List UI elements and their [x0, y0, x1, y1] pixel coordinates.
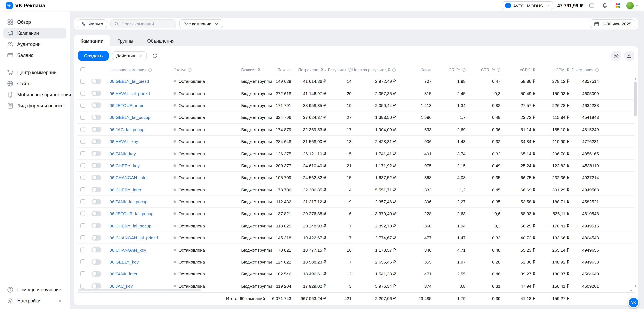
column-header-0[interactable]: Название кампанииi: [104, 67, 172, 72]
campaign-name-link[interactable]: 06.JETOUR_inter: [110, 103, 143, 108]
select-all-checkbox[interactable]: [80, 67, 85, 72]
campaign-toggle[interactable]: [92, 103, 101, 108]
column-header-3[interactable]: Показы: [277, 67, 291, 72]
account-select[interactable]: AVTO_MODUS: [502, 1, 553, 10]
row-checkbox[interactable]: [80, 187, 85, 192]
column-header-7[interactable]: Клики: [396, 67, 432, 72]
campaign-name-link[interactable]: 06.CHANGAN_lal_priezd: [110, 236, 158, 240]
column-header-11[interactable]: eCPM, ₽: [535, 67, 569, 72]
tab-ads[interactable]: Объявления: [141, 35, 181, 46]
campaign-name-link[interactable]: 06.CHERY_inter: [110, 187, 141, 192]
campaign-name-link[interactable]: 06.TANK_inter: [110, 272, 138, 277]
campaign-toggle[interactable]: [92, 78, 101, 84]
campaign-toggle[interactable]: [92, 259, 101, 265]
support-chat-button[interactable]: [628, 297, 639, 308]
campaign-toggle[interactable]: [92, 163, 101, 168]
row-checkbox[interactable]: [80, 91, 85, 96]
search-input[interactable]: [122, 21, 172, 26]
row-checkbox[interactable]: [80, 127, 85, 132]
campaign-name-link[interactable]: 06.JAC_key: [110, 284, 133, 289]
column-header-1[interactable]: Статусi: [172, 67, 241, 72]
sidebar-item-audience[interactable]: Аудитории: [3, 39, 66, 50]
row-checkbox[interactable]: [80, 247, 85, 252]
campaign-toggle[interactable]: [92, 187, 101, 192]
scroll-up-icon[interactable]: ▲: [634, 77, 636, 80]
campaign-toggle[interactable]: [92, 151, 101, 156]
campaign-toggle[interactable]: [92, 223, 101, 229]
sidebar-item-help[interactable]: Помощь и обучение: [3, 285, 66, 295]
horizontal-scrollbar[interactable]: ►: [78, 289, 632, 292]
apps-button[interactable]: [613, 1, 622, 10]
sidebar-item-overview[interactable]: Обзор: [3, 17, 66, 27]
export-button[interactable]: [624, 51, 634, 61]
row-checkbox[interactable]: [80, 223, 85, 228]
sidebar-item-phone[interactable]: Мобильные приложения: [3, 89, 66, 100]
scroll-down-icon[interactable]: ▼: [634, 285, 636, 288]
row-checkbox[interactable]: [80, 199, 85, 204]
profile-menu[interactable]: [626, 2, 639, 9]
column-header-5[interactable]: Результатi: [326, 67, 352, 72]
campaign-toggle[interactable]: [92, 175, 101, 180]
vertical-scrollbar[interactable]: ▲ ▼: [633, 77, 638, 288]
refresh-button[interactable]: [150, 51, 159, 60]
row-checkbox[interactable]: [80, 115, 85, 120]
campaign-toggle[interactable]: [92, 139, 101, 144]
row-checkbox[interactable]: [80, 79, 85, 84]
horizontal-scroll-thumb[interactable]: [78, 289, 201, 291]
campaign-toggle[interactable]: [92, 283, 101, 289]
campaign-toggle[interactable]: [92, 91, 101, 96]
scroll-right-icon[interactable]: ►: [630, 289, 632, 292]
tab-campaigns[interactable]: Кампании: [74, 35, 110, 46]
row-checkbox[interactable]: [80, 151, 85, 156]
wallet-button[interactable]: [587, 1, 596, 10]
sidebar-item-gear[interactable]: Настройки: [3, 296, 66, 306]
row-checkbox[interactable]: [80, 284, 85, 289]
column-header-6[interactable]: Цена за результат, ₽i: [352, 67, 396, 72]
sidebar-item-cart[interactable]: Центр коммерции: [3, 67, 66, 78]
date-range-picker[interactable]: 1–30 июн 2025: [590, 19, 636, 28]
campaign-name-link[interactable]: 06.HAVAL_key: [110, 139, 138, 144]
column-header-2[interactable]: Бюджет, ₽: [241, 67, 277, 72]
sidebar-item-globe[interactable]: Сайты: [3, 78, 66, 89]
column-header-9[interactable]: CTR, %i: [466, 67, 500, 72]
campaign-toggle[interactable]: [92, 271, 101, 277]
campaign-toggle[interactable]: [92, 127, 101, 132]
sidebar-item-megaphone[interactable]: Кампании: [3, 28, 66, 38]
campaign-toggle[interactable]: [92, 115, 101, 120]
row-checkbox[interactable]: [80, 175, 85, 180]
campaign-name-link[interactable]: 06.GEELY_key: [110, 259, 139, 264]
row-checkbox[interactable]: [80, 272, 85, 277]
vk-ads-logo[interactable]: VK Реклама: [6, 2, 45, 9]
campaign-toggle[interactable]: [92, 211, 101, 216]
campaign-name-link[interactable]: 06.GEELY_lal_pocup: [110, 115, 150, 120]
campaign-name-link[interactable]: 06.TANK_key: [110, 151, 136, 156]
campaign-toggle[interactable]: [92, 235, 101, 241]
campaign-name-link[interactable]: 06.GEELY_lal_piezd: [110, 79, 149, 84]
campaign-name-link[interactable]: 06.HAVAL_lal_priezd: [110, 91, 150, 96]
campaign-name-link[interactable]: 06.CHANGAN_key: [110, 247, 146, 252]
actions-button[interactable]: Действия: [112, 51, 147, 60]
sidebar-item-wallet[interactable]: Баланс: [3, 50, 66, 61]
row-checkbox[interactable]: [80, 211, 85, 216]
row-checkbox[interactable]: [80, 139, 85, 144]
search-box[interactable]: [110, 19, 176, 28]
campaign-name-link[interactable]: 06.CHERY_lal_pocup: [110, 223, 151, 228]
campaign-toggle[interactable]: [92, 199, 101, 204]
campaign-name-link[interactable]: 06.CHANGAN_inter: [110, 175, 148, 180]
create-button[interactable]: Создать: [78, 51, 109, 61]
vertical-scroll-thumb[interactable]: [634, 81, 636, 116]
campaign-name-link[interactable]: 06.CHERY_key: [110, 163, 140, 168]
campaign-toggle[interactable]: [92, 247, 101, 253]
column-header-12[interactable]: ID кампанииi: [569, 67, 599, 72]
row-checkbox[interactable]: [80, 259, 85, 264]
tab-groups[interactable]: Группы: [111, 35, 140, 46]
table-settings-button[interactable]: [611, 51, 621, 61]
campaign-name-link[interactable]: 06.TANK_lal_pocup: [110, 199, 148, 204]
campaign-name-link[interactable]: 06.JAC_lal_pocup: [110, 127, 144, 132]
row-checkbox[interactable]: [80, 163, 85, 168]
row-checkbox[interactable]: [80, 103, 85, 108]
row-checkbox[interactable]: [80, 236, 85, 240]
notifications-button[interactable]: [600, 1, 609, 10]
filter-button[interactable]: Фильтр: [77, 19, 107, 28]
campaign-scope-select[interactable]: Все кампании: [180, 19, 223, 28]
